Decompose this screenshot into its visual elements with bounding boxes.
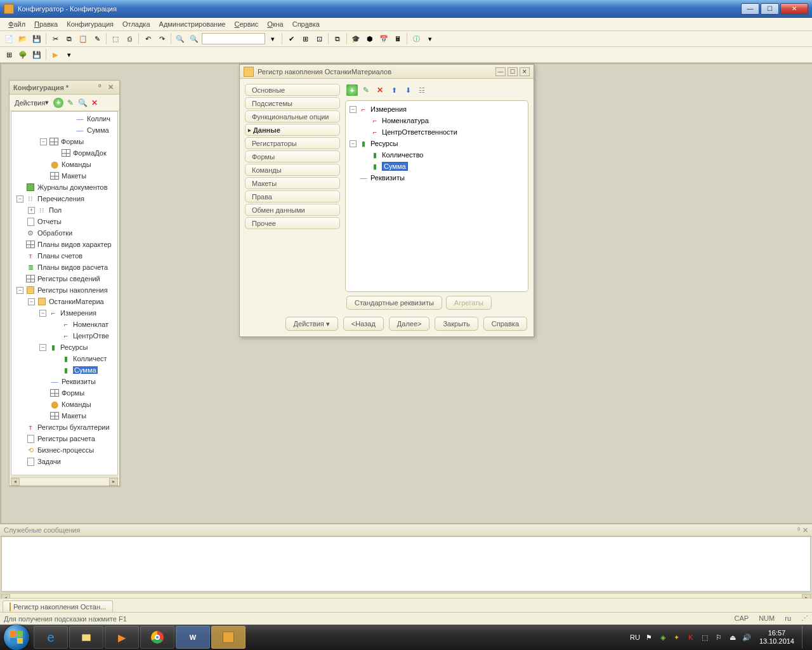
dock-tab-register[interactable]: Регистр накопления Остан... (3, 600, 113, 612)
task-word[interactable]: W (176, 626, 210, 649)
ct-summa-selected[interactable]: Сумма (382, 162, 408, 171)
scroll-right-icon[interactable]: ▸ (109, 478, 118, 486)
tree-izm[interactable]: Измерения (60, 309, 96, 317)
tray-network-icon[interactable]: ⬚ (700, 632, 710, 642)
search-input[interactable] (202, 33, 265, 44)
tree-layouts[interactable]: Макеты (62, 172, 86, 180)
cfg-tree-icon[interactable]: 🌳 (16, 48, 29, 61)
ct-up-icon[interactable]: ⬆ (388, 84, 400, 96)
tree-raccum[interactable]: Регистры накопления (37, 286, 108, 294)
tray-flag-icon[interactable]: ⚑ (644, 632, 654, 642)
minimize-button[interactable]: — (741, 3, 759, 15)
tool3-icon[interactable]: ⊡ (313, 32, 325, 45)
ct-props-icon[interactable]: ☷ (416, 84, 428, 96)
brush-icon[interactable]: ✎ (91, 32, 103, 45)
ftr-help[interactable]: Справка (483, 317, 527, 331)
menu-debug[interactable]: Отладка (118, 19, 154, 29)
calc-icon[interactable]: 🖩 (391, 32, 404, 45)
find-icon[interactable]: 🔍 (174, 32, 187, 45)
delete-icon[interactable]: ✕ (89, 98, 100, 108)
tree-bp[interactable]: Бизнес-процессы (37, 446, 94, 454)
modal-minimize-icon[interactable]: — (495, 67, 506, 76)
pin-icon[interactable]: ⁰ (95, 83, 104, 92)
tree-forms2[interactable]: Формы (62, 389, 84, 397)
nav-podsistemy[interactable]: Подсистемы (245, 97, 340, 109)
dropdown2-icon[interactable]: ▾ (424, 32, 436, 45)
task-media[interactable]: ▶ (105, 626, 139, 649)
tool2-icon[interactable]: ⊞ (299, 32, 311, 45)
modal-maximize-icon[interactable]: ☐ (508, 67, 518, 76)
nav-osnovnye[interactable]: Основные (245, 84, 340, 96)
open-icon[interactable]: 📂 (16, 32, 29, 45)
tree-enums[interactable]: Перечисления (37, 195, 84, 202)
nav-prava[interactable]: Права (245, 190, 340, 202)
ftr-close[interactable]: Закрыть (435, 317, 478, 331)
tray-icon2[interactable]: ✦ (672, 632, 682, 642)
tree-pkh[interactable]: Планы видов характер (37, 241, 112, 248)
menu-help[interactable]: Справка (288, 19, 324, 29)
content-tree[interactable]: −⌐Измерения ⌐Номенклатура ⌐ЦентрОтветств… (345, 100, 528, 292)
modal-close-icon[interactable]: ✕ (520, 67, 530, 76)
ftr-next[interactable]: Далее> (389, 317, 430, 331)
calendar-icon[interactable]: 📅 (377, 32, 390, 45)
ftr-back[interactable]: <Назад (343, 317, 384, 331)
ct-res[interactable]: Ресурсы (370, 140, 398, 147)
cut-icon[interactable]: ✂ (49, 32, 62, 45)
info-icon[interactable]: ⓘ (410, 32, 422, 45)
compare-icon[interactable]: ⬚ (109, 32, 122, 45)
tree-reports[interactable]: Отчеты (37, 218, 62, 225)
tree-centr[interactable]: ЦентрОтве (73, 332, 109, 340)
tree-ps[interactable]: Планы счетов (37, 252, 82, 260)
nav-dannye[interactable]: Данные (245, 124, 340, 136)
ct-add-icon[interactable]: + (346, 84, 358, 96)
tree-tasks[interactable]: Задачи (37, 458, 61, 465)
zoom-icon[interactable]: 🔍 (188, 32, 200, 45)
close-button[interactable]: ✕ (780, 3, 808, 15)
copy-icon[interactable]: ⧉ (63, 32, 75, 45)
menu-service[interactable]: Сервис (230, 19, 263, 29)
edit-icon[interactable]: ✎ (65, 98, 75, 108)
show-desktop-button[interactable] (802, 626, 808, 649)
tree-commands[interactable]: Команды (62, 161, 91, 168)
menu-edit[interactable]: Правка (30, 19, 62, 29)
nav-funcopt[interactable]: Функциональные опции (245, 110, 340, 123)
tree-summa-selected[interactable]: Сумма (73, 366, 98, 374)
tray-clock[interactable]: 16:57 13.10.2014 (756, 629, 798, 646)
ct-rekv[interactable]: Реквизиты (370, 174, 405, 182)
nav-registratory[interactable]: Регистраторы (245, 137, 340, 149)
tree-nomen[interactable]: Номенклат (73, 321, 108, 328)
tree-rbuh[interactable]: Регистры бухгалтерии (37, 423, 110, 431)
nav-komandy[interactable]: Команды (245, 164, 340, 176)
tree-hscroll[interactable]: ◂ ▸ (11, 477, 118, 486)
scroll-left-icon[interactable]: ◂ (11, 478, 20, 486)
tree-rsved[interactable]: Регистры сведений (37, 275, 100, 282)
copy2-icon[interactable]: ⧉ (331, 32, 344, 45)
start-button[interactable] (4, 625, 29, 650)
cfg-open-icon[interactable]: ⊞ (3, 48, 15, 61)
tree-cmds2[interactable]: Команды (62, 401, 91, 408)
register-header[interactable]: Регистр накопления ОстанкиМатериалов — ☐… (240, 65, 534, 79)
messages-pin-icon[interactable]: ⁰ (797, 526, 800, 534)
tree-forms[interactable]: Формы (61, 138, 84, 145)
ct-centr[interactable]: ЦентрОтветственности (382, 128, 457, 136)
new-icon[interactable]: 📄 (3, 32, 15, 45)
tray-volume-icon[interactable]: 🔊 (742, 632, 752, 642)
actions-menu[interactable]: Действия ▾ (12, 97, 51, 108)
tree-ostmat[interactable]: ОстанкиМатериа (49, 298, 104, 305)
ct-delete-icon[interactable]: ✕ (374, 84, 386, 96)
ct-nomen[interactable]: Номенклатура (382, 117, 429, 124)
task-chrome[interactable] (140, 626, 174, 649)
save-icon[interactable]: 💾 (30, 32, 43, 45)
ct-koll[interactable]: Колличество (382, 151, 424, 159)
ftr-actions[interactable]: Действия ▾ (285, 317, 338, 331)
tree-koll[interactable]: Колличест (73, 355, 107, 362)
redo-icon[interactable]: ↷ (155, 32, 168, 45)
undo-icon[interactable]: ↶ (141, 32, 154, 45)
cfg-dropdown-icon[interactable]: ▾ (63, 48, 75, 61)
ct-izm[interactable]: Измерения (370, 105, 407, 113)
paste-icon[interactable]: 📋 (77, 32, 89, 45)
cluster-icon[interactable]: ⬢ (363, 32, 376, 45)
dropdown-icon[interactable]: ▾ (266, 32, 279, 45)
tree-res[interactable]: Ресурсы (60, 343, 88, 351)
tree-journals[interactable]: Журналы документов (37, 183, 108, 191)
